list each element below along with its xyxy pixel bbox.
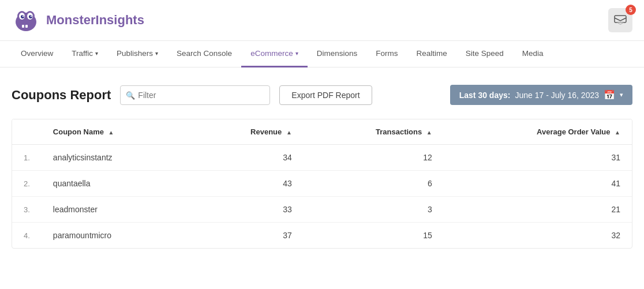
svg-point-5 [21, 15, 24, 18]
svg-rect-10 [25, 25, 28, 28]
nav-item-site-speed[interactable]: Site Speed [456, 41, 513, 67]
nav-item-media[interactable]: Media [513, 41, 553, 67]
svg-point-7 [23, 16, 24, 17]
nav-item-ecommerce[interactable]: eCommerce ▾ [241, 41, 308, 67]
header: MonsterInsights 5 [0, 0, 644, 41]
svg-rect-9 [22, 25, 24, 28]
nav-item-traffic[interactable]: Traffic ▾ [62, 41, 107, 67]
revenue-cell: 43 [190, 171, 304, 197]
svg-point-6 [29, 15, 32, 18]
coupon-name-cell: analyticsinstantz [42, 145, 190, 171]
col-header-coupon-name[interactable]: Coupon Name ▲ [42, 119, 190, 145]
nav-item-forms[interactable]: Forms [366, 41, 407, 67]
header-right: 5 [608, 8, 632, 32]
content-area: Coupons Report 🔍 Export PDF Report Last … [0, 67, 644, 266]
sort-arrow-icon: ▲ [426, 129, 432, 136]
search-icon: 🔍 [126, 91, 135, 99]
date-range-button[interactable]: Last 30 days: June 17 - July 16, 2023 📅 … [450, 85, 632, 105]
svg-point-8 [31, 16, 32, 17]
transactions-cell: 6 [304, 171, 444, 197]
avg-order-value-cell: 21 [444, 197, 632, 223]
report-title: Coupons Report [12, 88, 111, 103]
nav-item-dimensions[interactable]: Dimensions [308, 41, 367, 67]
logo-area: MonsterInsights [12, 6, 144, 35]
avg-order-value-cell: 31 [444, 145, 632, 171]
table-row: 2. quantaella 43 6 41 [12, 171, 632, 197]
coupon-name-cell: leadmonster [42, 197, 190, 223]
table-row: 3. leadmonster 33 3 21 [12, 197, 632, 223]
transactions-cell: 3 [304, 197, 444, 223]
table-body: 1. analyticsinstantz 34 12 31 2. quantae… [12, 145, 632, 249]
nav-item-realtime[interactable]: Realtime [407, 41, 456, 67]
monster-logo-icon [12, 6, 40, 35]
table-row: 1. analyticsinstantz 34 12 31 [12, 145, 632, 171]
notification-button[interactable]: 5 [608, 8, 632, 32]
chevron-down-icon: ▾ [155, 50, 158, 57]
coupons-table-wrap: Coupon Name ▲ Revenue ▲ Transactions ▲ A… [12, 119, 632, 249]
row-number: 2. [12, 171, 42, 197]
logo-text: MonsterInsights [46, 13, 144, 28]
inbox-icon [614, 15, 627, 25]
chevron-down-icon: ▾ [295, 50, 298, 57]
table-header: Coupon Name ▲ Revenue ▲ Transactions ▲ A… [12, 119, 632, 145]
nav-item-publishers[interactable]: Publishers ▾ [107, 41, 167, 67]
col-header-transactions[interactable]: Transactions ▲ [304, 119, 444, 145]
nav-item-search-console[interactable]: Search Console [167, 41, 241, 67]
sort-arrow-icon: ▲ [108, 129, 114, 136]
table-row: 4. paramountmicro 37 15 32 [12, 223, 632, 249]
coupons-table: Coupon Name ▲ Revenue ▲ Transactions ▲ A… [12, 119, 632, 248]
col-header-avg-order-value[interactable]: Average Order Value ▲ [444, 119, 632, 145]
sort-arrow-icon: ▲ [615, 129, 620, 136]
date-range-prefix: Last 30 days: [459, 91, 511, 100]
coupon-name-cell: quantaella [42, 171, 190, 197]
nav-item-overview[interactable]: Overview [12, 41, 62, 67]
transactions-cell: 15 [304, 223, 444, 249]
notification-badge: 5 [626, 5, 636, 15]
row-number: 4. [12, 223, 42, 249]
export-pdf-button[interactable]: Export PDF Report [279, 85, 372, 105]
avg-order-value-cell: 41 [444, 171, 632, 197]
transactions-cell: 12 [304, 145, 444, 171]
sort-arrow-icon: ▲ [286, 129, 292, 136]
filter-input[interactable] [120, 85, 270, 105]
col-header-revenue[interactable]: Revenue ▲ [190, 119, 304, 145]
row-number: 3. [12, 197, 42, 223]
logo-monster: Monster [46, 13, 96, 27]
revenue-cell: 37 [190, 223, 304, 249]
calendar-icon: 📅 [604, 89, 615, 100]
revenue-cell: 34 [190, 145, 304, 171]
avg-order-value-cell: 32 [444, 223, 632, 249]
chevron-down-icon: ▾ [620, 91, 623, 99]
col-header-num [12, 119, 42, 145]
filter-input-wrap: 🔍 [120, 85, 270, 105]
coupon-name-cell: paramountmicro [42, 223, 190, 249]
report-header: Coupons Report 🔍 Export PDF Report Last … [12, 85, 632, 105]
chevron-down-icon: ▾ [95, 50, 98, 57]
main-nav: Overview Traffic ▾ Publishers ▾ Search C… [0, 41, 644, 67]
revenue-cell: 33 [190, 197, 304, 223]
logo-insights: Insights [96, 13, 144, 27]
row-number: 1. [12, 145, 42, 171]
date-range-value: June 17 - July 16, 2023 [515, 91, 599, 100]
